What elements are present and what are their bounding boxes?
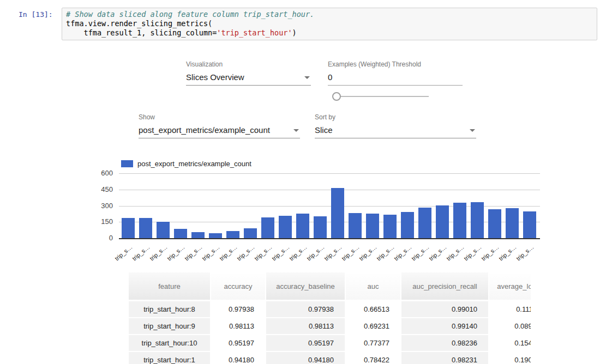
x-axis-baseline bbox=[119, 238, 540, 239]
sort-label: Sort by bbox=[315, 113, 476, 121]
column-header-auc_precision_recall[interactable]: auc_precision_recall bbox=[401, 272, 488, 300]
chevron-down-icon bbox=[293, 129, 299, 132]
metric-cell: 0.66513 bbox=[346, 301, 400, 317]
bar[interactable] bbox=[331, 188, 344, 238]
code-line-3: tfma_result_1, slicing_column='trip_star… bbox=[66, 28, 597, 38]
bar[interactable] bbox=[139, 218, 152, 238]
metric-cell: 0.95197 bbox=[266, 335, 345, 351]
code-comment-line: # Show data sliced along feature column … bbox=[66, 10, 597, 19]
bar[interactable] bbox=[209, 233, 222, 238]
feature-cell: trip_start_hour:1 bbox=[129, 352, 210, 364]
legend-label: post_export_metrics/example_count bbox=[137, 160, 251, 168]
feature-cell: trip_start_hour:8 bbox=[129, 301, 210, 317]
code-input-area[interactable]: # Show data sliced along feature column … bbox=[62, 8, 597, 40]
bar[interactable] bbox=[261, 217, 274, 238]
threshold-field[interactable]: Examples (Weighted) Threshold 0 bbox=[328, 60, 463, 86]
metric-cell: 0.1111 bbox=[489, 301, 531, 317]
y-tick-label: 600 bbox=[86, 169, 113, 177]
metric-cell: 0.99010 bbox=[401, 301, 488, 317]
visualization-dropdown[interactable]: Visualization Slices Overview bbox=[186, 60, 311, 86]
table-row[interactable]: trip_start_hour:100.951970.951970.773770… bbox=[129, 335, 531, 351]
bar[interactable] bbox=[383, 215, 397, 238]
visualization-value[interactable]: Slices Overview bbox=[186, 72, 311, 86]
metric-cell: 0.78422 bbox=[346, 352, 400, 364]
chevron-down-icon bbox=[470, 129, 475, 132]
metric-cell: 0.98236 bbox=[401, 335, 488, 351]
column-header-feature[interactable]: feature bbox=[129, 272, 210, 300]
bar[interactable] bbox=[314, 216, 327, 238]
bar[interactable] bbox=[174, 229, 187, 238]
y-tick-label: 0 bbox=[86, 234, 113, 242]
threshold-input[interactable]: 0 bbox=[328, 72, 463, 86]
y-tick-label: 300 bbox=[86, 202, 113, 210]
column-header-accuracy_baseline[interactable]: accuracy_baseline bbox=[266, 272, 345, 300]
metric-cell: 0.97938 bbox=[266, 301, 345, 317]
bar[interactable] bbox=[349, 213, 362, 238]
metric-cell: 0.0892 bbox=[489, 318, 531, 334]
bar[interactable] bbox=[523, 211, 536, 238]
bar[interactable] bbox=[471, 202, 484, 238]
sort-value[interactable]: Slice bbox=[315, 125, 476, 138]
cell-prompt: In [13]: bbox=[19, 10, 53, 19]
metric-cell: 0.98113 bbox=[211, 318, 265, 334]
metric-cell: 0.98231 bbox=[401, 352, 488, 364]
notebook-page: In [13]: # Show data sliced along featur… bbox=[0, 0, 606, 364]
column-header-accuracy[interactable]: accuracy bbox=[211, 272, 265, 300]
gridline bbox=[119, 190, 540, 190]
metric-cell: 0.1541 bbox=[489, 335, 531, 351]
code-string-literal: 'trip_start_hour' bbox=[217, 28, 292, 37]
metrics-table-header: featureaccuracyaccuracy_baselineaucauc_p… bbox=[129, 272, 531, 300]
sort-dropdown[interactable]: Sort by Slice bbox=[315, 113, 476, 138]
bar[interactable] bbox=[506, 208, 519, 238]
metric-cell: 0.1901 bbox=[489, 352, 531, 364]
bar[interactable] bbox=[191, 232, 205, 238]
bar[interactable] bbox=[279, 216, 292, 238]
column-header-average_loss[interactable]: average_loss bbox=[489, 272, 531, 300]
threshold-slider-track[interactable] bbox=[336, 96, 429, 97]
bar[interactable] bbox=[157, 222, 170, 238]
bar[interactable] bbox=[418, 208, 431, 238]
y-tick-label: 450 bbox=[86, 185, 113, 193]
bar[interactable] bbox=[244, 228, 257, 238]
metric-cell: 0.97938 bbox=[211, 301, 265, 317]
bar[interactable] bbox=[366, 214, 379, 238]
feature-cell: trip_start_hour:10 bbox=[129, 335, 210, 351]
table-row[interactable]: trip_start_hour:10.941800.941800.784220.… bbox=[129, 352, 531, 364]
metric-cell: 0.69231 bbox=[346, 318, 400, 334]
metric-cell: 0.98113 bbox=[266, 318, 345, 334]
metric-cell: 0.94180 bbox=[266, 352, 345, 364]
bar[interactable] bbox=[296, 214, 309, 238]
table-row[interactable]: trip_start_hour:90.981130.981130.692310.… bbox=[129, 318, 531, 334]
show-label: Show bbox=[139, 113, 300, 121]
feature-cell: trip_start_hour:9 bbox=[129, 318, 210, 334]
gridline bbox=[119, 173, 540, 174]
table-row[interactable]: trip_start_hour:80.979380.979380.665130.… bbox=[129, 301, 531, 317]
bar[interactable] bbox=[401, 212, 414, 238]
visualization-label: Visualization bbox=[186, 60, 311, 68]
bar[interactable] bbox=[226, 231, 239, 238]
legend-swatch bbox=[121, 160, 133, 167]
metric-cell: 0.99140 bbox=[401, 318, 488, 334]
threshold-slider-handle[interactable] bbox=[332, 92, 341, 101]
metric-cell: 0.94180 bbox=[211, 352, 265, 364]
column-header-auc[interactable]: auc bbox=[346, 272, 400, 300]
show-value[interactable]: post_export_metrics/example_count bbox=[139, 125, 300, 138]
threshold-label: Examples (Weighted) Threshold bbox=[328, 60, 463, 68]
code-line-2: tfma.view.render_slicing_metrics( bbox=[66, 19, 597, 28]
metrics-table-body: trip_start_hour:80.979380.979380.665130.… bbox=[129, 301, 531, 364]
metrics-table: featureaccuracyaccuracy_baselineaucauc_p… bbox=[129, 272, 531, 364]
bar[interactable] bbox=[488, 209, 501, 238]
metric-cell: 0.95197 bbox=[211, 335, 265, 351]
show-dropdown[interactable]: Show post_export_metrics/example_count bbox=[139, 113, 300, 138]
y-tick-label: 150 bbox=[86, 217, 113, 226]
bar[interactable] bbox=[453, 203, 466, 238]
bar[interactable] bbox=[436, 205, 449, 238]
chevron-down-icon bbox=[304, 76, 310, 79]
bar[interactable] bbox=[122, 218, 135, 238]
metric-cell: 0.77377 bbox=[346, 335, 400, 351]
